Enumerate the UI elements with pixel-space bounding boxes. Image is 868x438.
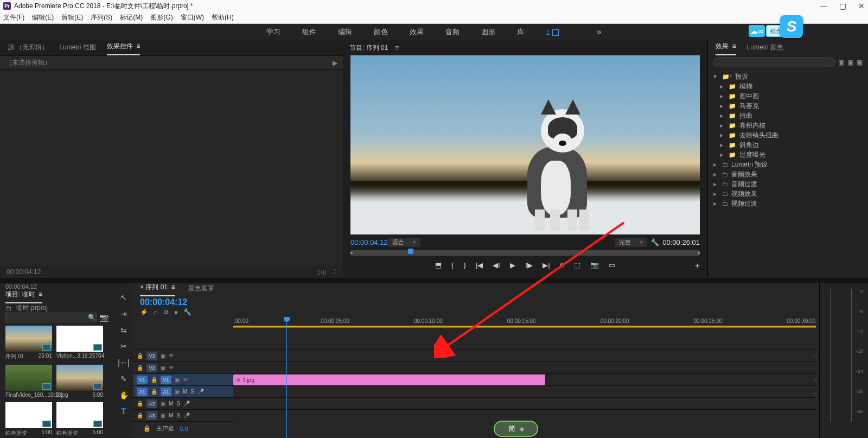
menu-edit[interactable]: 编辑(E) — [32, 13, 54, 22]
preview-dog — [511, 87, 603, 228]
ws-audio[interactable]: 音频 — [445, 27, 459, 37]
bin-item[interactable]: 纯色渐变5:00 — [5, 402, 52, 437]
btn-goto-in[interactable]: |◀ — [476, 261, 483, 269]
tool-track-select[interactable]: ⇥ — [120, 309, 127, 318]
bin-icon[interactable]: 🗀 — [5, 304, 12, 312]
btn-play[interactable]: ▶ — [510, 261, 515, 269]
fx-badge-icon-1[interactable]: ▣ — [838, 59, 844, 66]
menu-graphics[interactable]: 图形(G) — [150, 13, 173, 22]
ws-effects[interactable]: 效果 — [410, 27, 424, 37]
maximize-button[interactable]: ▢ — [839, 2, 846, 10]
ws-assembly[interactable]: 组件 — [302, 27, 316, 37]
ws-library[interactable]: 库 — [517, 27, 524, 37]
source-util-icon-2[interactable]: ⤴ — [333, 268, 336, 276]
btn-extract[interactable]: ⬚ — [574, 261, 580, 269]
app-title: Adobe Premiere Pro CC 2018 - E:\临时文件\工程\… — [14, 2, 193, 11]
noclip-text: （未选择剪辑） — [5, 58, 51, 67]
tool-slip[interactable]: |↔| — [118, 358, 129, 367]
app-icon: Pr — [3, 2, 11, 10]
ws-editing[interactable]: 编辑 — [338, 27, 352, 37]
btn-lift[interactable]: ⎘ — [560, 261, 564, 269]
tl-snap-icon[interactable]: ⚡ — [140, 308, 148, 316]
tab-lumetri-scopes[interactable]: Lumetri 范围 — [59, 43, 95, 55]
toolstrip: ↖ ⇥ ⇆ ✂ |↔| ✎ ✋ T — [114, 283, 133, 438]
bottom-ime-badge[interactable]: 简⎆ — [494, 421, 538, 437]
source-util-icon-1[interactable]: ▷▯ — [318, 268, 327, 276]
tab-sequence[interactable]: × 序列 01 ≡ — [140, 283, 175, 296]
program-fit-dropdown[interactable]: 适合▾ — [388, 238, 420, 247]
menu-window[interactable]: 窗口(W) — [181, 13, 204, 22]
btn-step-fwd[interactable]: Ⅰ▶ — [525, 261, 533, 269]
tab-lumetri-color[interactable]: Lumetri 颜色 — [747, 43, 783, 55]
search-icon: 🔍 — [88, 314, 96, 321]
effects-search-input[interactable] — [713, 58, 835, 67]
mini-timecode: 00:00:04:12 — [0, 283, 114, 290]
tool-pen[interactable]: ✎ — [120, 374, 127, 383]
menu-mark[interactable]: 标记(M) — [120, 13, 143, 22]
bin-item[interactable]: 序列 0126:01 — [5, 326, 52, 360]
bin-item[interactable]: FinalVideo_160...10:18 — [5, 365, 52, 398]
effects-tree[interactable]: ▾📁*预设 ▸📁模糊 ▸📁画中画 ▸📁马赛克 ▸📁扭曲 ▸📁卷积内核 ▸📁去除镜… — [708, 69, 868, 211]
bin-item[interactable]: Visiton...3:18:25704 — [56, 326, 103, 360]
menu-file[interactable]: 文件(F) — [3, 13, 24, 22]
btn-goto-out[interactable]: ▶| — [542, 261, 550, 269]
tab-source[interactable]: 源:（无剪辑） — [8, 43, 48, 55]
close-button[interactable]: ✕ — [858, 2, 865, 10]
timeline-playhead[interactable] — [286, 318, 287, 438]
project-search-input[interactable] — [5, 313, 97, 322]
program-video[interactable] — [350, 55, 700, 234]
wrench-icon[interactable]: 🔧 — [650, 238, 659, 246]
fx-badge-icon-3[interactable]: ▣ — [857, 59, 863, 66]
effects-panel: 效果 ≡ Lumetri 颜色 🔍 ▣ ▣ ▣ ▾📁*预设 ▸📁模糊 ▸📁画中画… — [707, 40, 868, 278]
ws-more[interactable]: » — [597, 27, 602, 37]
tl-link-icon[interactable]: ⧉ — [164, 308, 169, 316]
tool-razor[interactable]: ✂ — [120, 342, 127, 351]
tool-selection[interactable]: ↖ — [120, 293, 127, 302]
tool-hand[interactable]: ✋ — [119, 391, 129, 399]
tl-magnet-icon[interactable]: ∩ — [154, 308, 158, 316]
folder-icon: 📁* — [722, 73, 732, 80]
program-duration-tc: 00:00:26:01 — [662, 238, 700, 246]
ws-graphics[interactable]: 图形 — [481, 27, 495, 37]
camera-icon[interactable]: 📷 — [99, 313, 108, 322]
ws-custom-1[interactable]: 1 — [546, 28, 558, 36]
menu-help[interactable]: 帮助(H) — [212, 13, 234, 22]
btn-add-button[interactable]: + — [695, 261, 700, 271]
bin-item[interactable]: 纯色渐变5:00 — [56, 402, 103, 437]
tool-ripple[interactable]: ⇆ — [120, 326, 127, 334]
clip-v1[interactable]: fx1.jpg — [233, 374, 545, 385]
source-panel: 源:（无剪辑） Lumetri 范围 效果控件 ≡ （未选择剪辑） ▶ 00:0… — [0, 40, 343, 278]
menu-sequence[interactable]: 序列(S) — [91, 13, 112, 22]
project-filename: 临时.prproj — [16, 303, 48, 313]
tool-type[interactable]: T — [121, 407, 126, 416]
tl-wrench-icon[interactable]: 🔧 — [183, 308, 192, 316]
program-scrub-bar[interactable] — [350, 250, 700, 256]
tab-color-matte[interactable]: 颜色遮罩 — [188, 284, 214, 296]
workspace-bar: 学习 组件 编辑 颜色 效果 音频 图形 库 1 » ☁∞ 稻壳上传 — [0, 24, 868, 40]
bin-item[interactable]: 1.jpg5:00 — [56, 365, 103, 398]
program-quality-dropdown[interactable]: 完整▾ — [615, 238, 647, 247]
btn-out[interactable]: } — [464, 261, 466, 269]
btn-step-back[interactable]: ◀Ⅰ — [493, 261, 500, 269]
minimize-button[interactable]: — — [820, 2, 827, 10]
overlay-s-logo: S — [780, 15, 803, 38]
timeline-ruler[interactable]: :00:00 00:00:05:00 00:00:10:00 00:00:15:… — [233, 318, 816, 328]
menubar: 文件(F) 编辑(E) 剪辑(E) 序列(S) 标记(M) 图形(G) 窗口(W… — [0, 12, 868, 24]
audio-meters: 0 -6 -12 -18 -24 -30 -36 — [819, 283, 868, 438]
menu-clip[interactable]: 剪辑(E) — [61, 13, 83, 22]
ws-learn[interactable]: 学习 — [266, 27, 280, 37]
tl-marker-icon[interactable]: ● — [174, 308, 178, 316]
timeline-timecode[interactable]: 00:00:04:12 — [133, 296, 819, 308]
cloud-upload-icon[interactable]: ☁∞ — [749, 25, 765, 37]
btn-in[interactable]: { — [451, 261, 454, 269]
btn-export-frame[interactable]: 📷 — [590, 261, 599, 269]
btn-compare[interactable]: ▭ — [609, 261, 615, 269]
fx-badge-icon-2[interactable]: ▣ — [847, 59, 853, 66]
tab-effects[interactable]: 效果 ≡ — [716, 42, 736, 55]
program-current-tc[interactable]: 00:00:04:12 — [350, 238, 388, 246]
btn-marker[interactable]: ⬒ — [435, 261, 442, 269]
tab-effect-controls[interactable]: 效果控件 ≡ — [107, 42, 141, 55]
ws-color[interactable]: 颜色 — [374, 27, 388, 37]
program-panel: 节目: 序列 01 ≡ 00:00:04:12 适合▾ 完整▾ 🔧 00:00:… — [343, 40, 707, 278]
tab-project[interactable]: 项目: 临时 ≡ — [5, 290, 42, 303]
